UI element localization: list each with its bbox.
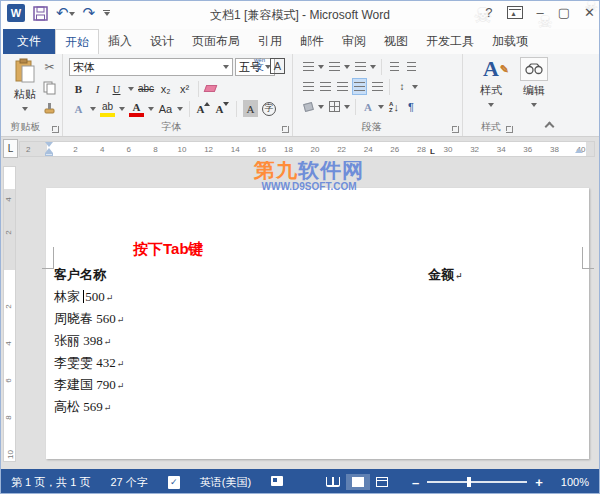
align-right-button[interactable] <box>335 78 349 95</box>
tab-addins[interactable]: 加载项 <box>483 29 537 54</box>
tab-insert[interactable]: 插入 <box>99 29 141 54</box>
read-mode-button[interactable] <box>320 474 346 490</box>
macro-record-icon[interactable] <box>271 476 283 486</box>
tab-developer[interactable]: 开发工具 <box>417 29 483 54</box>
clear-formatting-icon[interactable] <box>204 85 218 92</box>
document-text[interactable]: 客户名称 金额↵ 林家 500↵周晓春 560↵张丽 398↵李雯雯 432↵李… <box>54 266 584 420</box>
cut-icon[interactable]: ✂ <box>44 60 54 74</box>
editing-button[interactable]: 编辑 <box>515 57 553 110</box>
decrease-indent-button[interactable] <box>387 58 401 75</box>
font-color-button[interactable]: A <box>129 100 144 117</box>
font-name-combo[interactable]: 宋体 <box>69 58 233 76</box>
tab-stop-marker[interactable]: L <box>430 147 435 156</box>
justify-button[interactable] <box>352 78 367 95</box>
help-button[interactable]: ? <box>485 5 492 20</box>
customer-row[interactable]: 林家 500↵ <box>54 288 584 310</box>
customer-row[interactable]: 李建国 790↵ <box>54 376 584 398</box>
highlight-dropdown-icon[interactable] <box>119 107 125 111</box>
zoom-out-button[interactable]: – <box>412 475 419 490</box>
phonetic-guide-button[interactable]: wén 文 <box>254 57 265 72</box>
underline-dropdown-icon[interactable] <box>128 87 134 91</box>
first-line-indent-marker[interactable] <box>45 142 53 147</box>
zoom-level-indicator[interactable]: 100% <box>551 476 599 488</box>
styles-button[interactable]: A✎ 样式 <box>471 57 511 110</box>
sort-button[interactable]: AZ↓ <box>387 98 401 115</box>
text-highlight-button[interactable]: ab <box>100 100 115 117</box>
align-left-button[interactable] <box>301 78 315 95</box>
document-page[interactable]: 按下Tab键 客户名称 金额↵ 林家 500↵周晓春 560↵张丽 398↵李雯… <box>46 188 589 459</box>
close-button[interactable]: ✕ <box>584 5 595 20</box>
underline-button[interactable]: U <box>109 80 124 97</box>
character-border-button[interactable]: A <box>270 58 285 74</box>
enclose-characters-button[interactable]: 字 <box>262 102 276 116</box>
text-effects-dropdown-icon[interactable] <box>90 107 96 111</box>
ribbon-display-options-button[interactable] <box>507 6 523 19</box>
maximize-button[interactable]: ▢ <box>558 5 570 20</box>
horizontal-ruler[interactable]: 2 246810121416182022242628303234363840 L <box>19 141 595 157</box>
grow-font-button[interactable]: A <box>196 100 211 117</box>
change-case-button[interactable]: Aa <box>158 100 173 117</box>
minimize-button[interactable]: – <box>537 5 544 20</box>
customer-row[interactable]: 李雯雯 432↵ <box>54 354 584 376</box>
character-shading-button[interactable]: A <box>243 100 258 117</box>
multilevel-dropdown-icon[interactable] <box>370 65 376 69</box>
asian-layout-button[interactable]: A <box>361 98 375 115</box>
strikethrough-button[interactable]: abc <box>138 80 154 97</box>
vertical-ruler[interactable]: 42246810 <box>3 166 16 462</box>
distribute-button[interactable] <box>370 78 384 95</box>
word-count-indicator[interactable]: 27 个字 <box>100 475 157 490</box>
line-spacing-dropdown-icon[interactable] <box>412 85 418 89</box>
language-indicator[interactable]: 英语(美国) <box>190 475 261 490</box>
tab-mailings[interactable]: 邮件 <box>291 29 333 54</box>
clipboard-dialog-launcher[interactable] <box>52 126 59 133</box>
font-name-dropdown-icon[interactable] <box>223 65 229 69</box>
change-case-dropdown-icon[interactable] <box>177 107 183 111</box>
customer-row[interactable]: 周晓春 560↵ <box>54 310 584 332</box>
show-hide-marks-button[interactable]: ¶ <box>404 98 418 115</box>
numbering-button[interactable] <box>327 58 341 75</box>
font-color-dropdown-icon[interactable] <box>148 107 154 111</box>
paste-dropdown-icon[interactable] <box>22 107 28 111</box>
bullets-dropdown-icon[interactable] <box>318 65 324 69</box>
bold-button[interactable]: B <box>71 80 86 97</box>
collapse-ribbon-icon[interactable] <box>545 122 555 132</box>
tab-design[interactable]: 设计 <box>141 29 183 54</box>
superscript-button[interactable]: x² <box>177 80 192 97</box>
right-indent-marker[interactable] <box>575 148 583 153</box>
borders-button[interactable] <box>327 98 341 115</box>
customer-row[interactable]: 张丽 398↵ <box>54 332 584 354</box>
numbering-dropdown-icon[interactable] <box>344 65 350 69</box>
copy-icon[interactable] <box>43 81 56 95</box>
align-center-button[interactable] <box>318 78 332 95</box>
left-indent-marker[interactable] <box>45 153 53 156</box>
tab-review[interactable]: 审阅 <box>333 29 375 54</box>
print-layout-button[interactable] <box>346 474 370 490</box>
customer-row[interactable]: 高松 569↵ <box>54 398 584 420</box>
bullets-button[interactable] <box>301 58 315 75</box>
asian-layout-dropdown-icon[interactable] <box>378 105 384 109</box>
shading-button[interactable] <box>301 98 315 115</box>
subscript-button[interactable]: x₂ <box>158 80 173 97</box>
zoom-slider[interactable] <box>427 476 527 488</box>
tab-home[interactable]: 开始 <box>55 29 99 54</box>
tab-page-layout[interactable]: 页面布局 <box>183 29 249 54</box>
italic-button[interactable]: I <box>90 80 105 97</box>
shrink-font-button[interactable]: A <box>215 100 230 117</box>
paste-button[interactable]: 粘贴 <box>7 58 43 114</box>
zoom-in-button[interactable]: + <box>535 475 543 490</box>
text-effects-button[interactable]: A <box>71 100 86 117</box>
styles-dialog-launcher[interactable] <box>506 126 513 133</box>
shading-dropdown-icon[interactable] <box>318 105 324 109</box>
document-area[interactable]: 42246810 第九软件网 WWW.D9SOFT.COM 按下Tab键 客户名… <box>1 161 599 469</box>
tab-view[interactable]: 视图 <box>375 29 417 54</box>
line-spacing-button[interactable]: ↕ <box>395 78 409 95</box>
tab-file[interactable]: 文件 <box>3 29 55 54</box>
tab-selector-button[interactable]: L <box>3 139 18 158</box>
borders-dropdown-icon[interactable] <box>344 105 350 109</box>
editing-dropdown-icon[interactable] <box>531 103 537 107</box>
proofing-status-icon[interactable]: ✓ <box>168 476 180 489</box>
tab-references[interactable]: 引用 <box>249 29 291 54</box>
web-layout-button[interactable] <box>370 474 394 490</box>
multilevel-list-button[interactable] <box>353 58 367 75</box>
paragraph-dialog-launcher[interactable] <box>452 126 459 133</box>
